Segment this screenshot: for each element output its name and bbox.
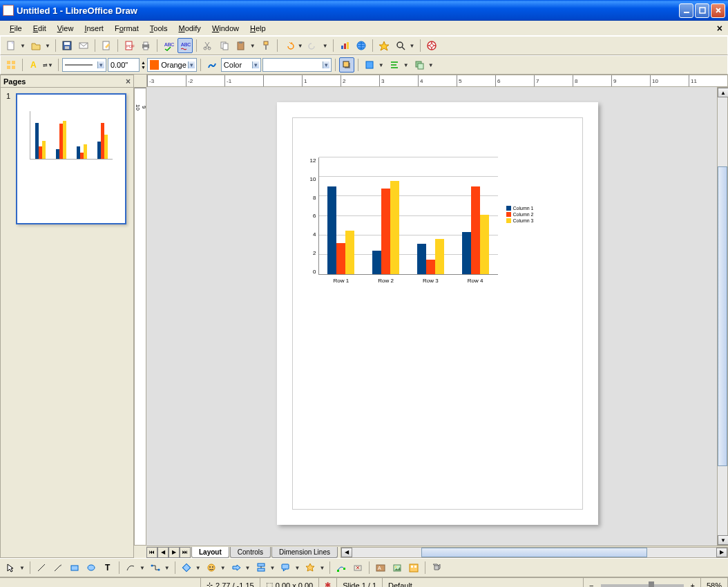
flowchart-dropdown[interactable]: ▼ (269, 565, 277, 571)
menu-format[interactable]: Format (111, 23, 143, 34)
maximize-button[interactable] (695, 3, 709, 18)
redo-dropdown[interactable]: ▼ (321, 43, 329, 49)
redo-button[interactable] (306, 38, 321, 53)
save-button[interactable] (59, 38, 75, 53)
fill-color-select[interactable] (262, 58, 332, 72)
new-dropdown[interactable]: ▼ (19, 43, 27, 49)
alignment-button[interactable] (387, 57, 402, 73)
tab-last-button[interactable]: ⏭ (180, 547, 191, 558)
zoom-in-button[interactable]: + (691, 581, 695, 588)
select-tool[interactable] (3, 560, 18, 575)
basic-shapes-tool[interactable] (179, 560, 194, 575)
open-button[interactable] (28, 38, 44, 53)
line-arrow-tool[interactable] (50, 560, 66, 575)
document-close-icon[interactable]: × (717, 23, 722, 34)
chart-object[interactable]: 121086420 Row 1Row 2Row 3Row 4 Column 1C… (305, 157, 550, 296)
points-tool[interactable] (334, 560, 349, 575)
horizontal-ruler[interactable]: -3-2-11234567891011 (146, 75, 728, 87)
callouts-dropdown[interactable]: ▼ (293, 565, 301, 571)
zoom-dropdown[interactable]: ▼ (408, 43, 416, 49)
stars-tool[interactable] (303, 560, 318, 575)
connector-dropdown[interactable]: ▼ (163, 565, 171, 571)
grid-view-button[interactable] (3, 57, 19, 73)
scroll-right-button[interactable]: ▶ (716, 548, 727, 557)
format-paintbrush-button[interactable] (258, 38, 274, 53)
zoom-button[interactable] (393, 38, 408, 53)
canvas-area[interactable]: 121086420 Row 1Row 2Row 3Row 4 Column 1C… (146, 87, 728, 546)
menu-edit[interactable]: Edit (29, 23, 50, 34)
minimize-button[interactable] (679, 3, 693, 18)
vertical-ruler[interactable]: 12345678910 (134, 87, 146, 546)
zoom-value[interactable]: 58% (701, 578, 728, 587)
line-tool[interactable] (34, 560, 49, 575)
line-style-select[interactable] (62, 58, 106, 72)
gallery-button[interactable] (406, 560, 421, 575)
scroll-left-button[interactable]: ◀ (341, 548, 352, 557)
line-width-input[interactable] (108, 58, 140, 72)
page-thumbnail[interactable] (16, 93, 126, 224)
vertical-scrollbar[interactable]: ▲ ▼ (717, 87, 728, 546)
tab-next-button[interactable]: ▶ (169, 547, 180, 558)
chart-button[interactable] (337, 38, 352, 53)
rectangle-tool[interactable] (67, 560, 82, 575)
fontwork-button[interactable]: A (26, 57, 41, 73)
flowchart-tool[interactable] (253, 560, 269, 575)
connector-tool[interactable] (148, 560, 163, 575)
block-arrows-tool[interactable] (229, 560, 244, 575)
scroll-down-button[interactable]: ▼ (718, 535, 728, 545)
from-file-button[interactable] (390, 560, 405, 575)
curve-tool[interactable] (123, 560, 138, 575)
extrusion-button[interactable] (429, 560, 444, 575)
fill-type-select[interactable]: Color (221, 58, 261, 72)
menu-window[interactable]: Window (208, 23, 243, 34)
paste-dropdown[interactable]: ▼ (249, 43, 257, 49)
navigator-button[interactable] (376, 38, 392, 53)
tab-first-button[interactable]: ⏮ (146, 547, 157, 558)
arrow-style-dropdown[interactable]: ⇄▼ (41, 62, 55, 68)
menu-view[interactable]: View (53, 23, 78, 34)
line-color-select[interactable]: Orange (147, 58, 197, 72)
menu-tools[interactable]: Tools (146, 23, 172, 34)
help-button[interactable] (424, 38, 439, 53)
page-canvas[interactable]: 121086420 Row 1Row 2Row 3Row 4 Column 1C… (277, 102, 598, 525)
menu-insert[interactable]: Insert (80, 23, 108, 34)
menu-modify[interactable]: Modify (174, 23, 204, 34)
hyperlink-button[interactable] (354, 38, 369, 53)
block-arrows-dropdown[interactable]: ▼ (244, 565, 252, 571)
export-pdf-button[interactable]: PDF (122, 38, 137, 53)
open-dropdown[interactable]: ▼ (44, 43, 52, 49)
horizontal-scrollbar[interactable]: ◀ ▶ (341, 547, 728, 558)
fontwork-gallery-button[interactable]: A (373, 560, 388, 575)
menu-help[interactable]: Help (246, 23, 270, 34)
text-tool[interactable]: T (100, 560, 115, 575)
status-page-style[interactable]: Default (383, 578, 584, 587)
callouts-tool[interactable] (278, 560, 293, 575)
new-button[interactable] (3, 38, 19, 53)
shadow-button[interactable] (339, 57, 354, 73)
arrange-button[interactable] (412, 57, 427, 73)
print-button[interactable] (138, 38, 153, 53)
curve-dropdown[interactable]: ▼ (138, 565, 146, 571)
pages-panel-close-icon[interactable]: × (126, 77, 131, 86)
symbol-shapes-tool[interactable] (204, 560, 219, 575)
menu-file[interactable]: File (6, 23, 26, 34)
tab-layout[interactable]: Layout (191, 547, 229, 558)
effects-dropdown[interactable]: ▼ (377, 62, 385, 68)
close-button[interactable] (711, 3, 725, 18)
line-width-up[interactable]: ▲ (141, 60, 146, 65)
tab-prev-button[interactable]: ◀ (157, 547, 169, 558)
scroll-up-button[interactable]: ▲ (718, 88, 728, 97)
tab-dimension-lines[interactable]: Dimension Lines (271, 547, 338, 558)
symbol-shapes-dropdown[interactable]: ▼ (219, 565, 227, 571)
horizontal-scroll-thumb[interactable] (421, 548, 647, 557)
undo-button[interactable] (281, 38, 296, 53)
paste-button[interactable] (233, 38, 249, 53)
effects-button[interactable] (362, 57, 377, 73)
spellcheck-button[interactable]: ABC (161, 38, 176, 53)
status-slide[interactable]: Slide 1 / 1 (337, 578, 383, 587)
edit-file-button[interactable] (99, 38, 114, 53)
zoom-out-button[interactable]: − (589, 581, 593, 588)
glue-points-tool[interactable] (350, 560, 365, 575)
ellipse-tool[interactable] (84, 560, 99, 575)
auto-spellcheck-button[interactable]: ABC (178, 38, 193, 53)
